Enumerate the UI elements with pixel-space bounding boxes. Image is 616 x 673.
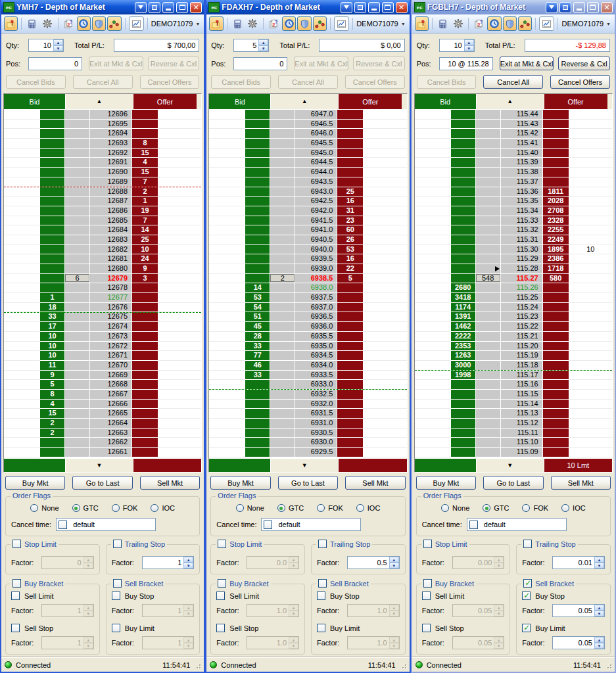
radio-gtc[interactable]: GTC [72, 504, 99, 512]
ladder-buy-order-cell[interactable] [4, 312, 40, 322]
cancel-bids-button[interactable]: Cancel Bids [211, 75, 271, 89]
ladder-row[interactable]: 212664 [4, 419, 201, 429]
ladder-mid-cell[interactable] [65, 429, 90, 438]
bid-depth-cell[interactable] [245, 206, 270, 216]
offer-depth-cell[interactable] [132, 351, 158, 361]
ladder-sell-order-cell[interactable] [158, 293, 201, 303]
ladder-mid-cell[interactable] [476, 110, 501, 120]
ladder-mid-cell[interactable] [65, 371, 90, 381]
ladder-sell-order-cell[interactable] [364, 216, 406, 226]
ladder-mid-cell[interactable] [65, 380, 90, 390]
ladder-buy-order-cell[interactable] [4, 216, 40, 226]
radio-ioc[interactable]: IOC [561, 504, 586, 512]
bid-depth-cell[interactable] [40, 225, 65, 235]
offer-depth-cell[interactable] [337, 429, 364, 438]
bid-depth-cell[interactable] [40, 245, 65, 255]
exit-at-mkt-button[interactable]: Exit at Mkt & Cxl [294, 57, 348, 70]
stop-limit-factor-spinner[interactable]: 0.0 ▲▼ [247, 556, 299, 569]
bid-depth-cell[interactable]: 54 [245, 303, 270, 313]
ladder-row[interactable]: 1263115.19 [415, 351, 612, 361]
bid-depth-cell[interactable] [245, 158, 270, 168]
ladder-mid-cell[interactable] [270, 419, 295, 429]
offer-depth-cell[interactable]: 3 [132, 274, 158, 284]
stop-limit-checkbox[interactable] [218, 540, 226, 548]
ladder-sell-order-cell[interactable] [364, 380, 406, 390]
spinner-arrows[interactable]: ▲▼ [83, 557, 93, 569]
bid-depth-cell[interactable]: 1391 [451, 312, 476, 322]
ladder-sell-order-cell[interactable] [569, 206, 612, 216]
ladder-row[interactable]: 1268210 [4, 245, 201, 255]
ladder-sell-order-cell[interactable] [158, 322, 201, 332]
ladder-buy-order-cell[interactable] [415, 293, 451, 303]
ladder-row[interactable]: 126809 [4, 264, 201, 274]
trailing-stop-checkbox[interactable] [113, 540, 122, 548]
ladder-mid-cell[interactable] [270, 303, 295, 313]
offer-depth-cell[interactable] [543, 351, 569, 361]
ladder-sell-order-cell[interactable] [569, 409, 612, 419]
ladder-sell-order-cell[interactable] [158, 206, 201, 216]
ladder-row[interactable]: 1268414 [4, 225, 201, 235]
ladder-mid-cell[interactable] [270, 332, 295, 342]
ladder-row[interactable]: 1712674 [4, 322, 201, 332]
sell-stop-checkbox[interactable] [422, 624, 431, 632]
spinner-arrows[interactable]: ▲▼ [494, 557, 504, 569]
bid-depth-cell[interactable]: 15 [40, 409, 65, 419]
ladder-buy-order-cell[interactable] [4, 419, 40, 429]
ladder-buy-order-cell[interactable] [415, 419, 451, 429]
spin-down-icon[interactable]: ▼ [83, 643, 93, 649]
ladder-buy-order-cell[interactable] [4, 139, 40, 149]
ladder-buy-order-cell[interactable] [209, 216, 245, 226]
spin-down-icon[interactable]: ▼ [464, 45, 474, 51]
ladder-mid-cell[interactable] [65, 245, 90, 255]
ladder-row[interactable]: 6941.060 [209, 225, 406, 235]
ladder-mid-cell[interactable] [270, 264, 295, 274]
bid-depth-cell[interactable] [40, 197, 65, 206]
ladder-row[interactable]: 115.322255 [415, 225, 612, 235]
sell-stop-factor-spinner[interactable]: 1.0 ▲▼ [247, 636, 299, 649]
bid-depth-cell[interactable] [40, 448, 65, 457]
bid-depth-cell[interactable] [245, 429, 270, 438]
ladder-row[interactable]: 1998115.17 [415, 371, 612, 381]
ladder-row[interactable]: 212663 [4, 429, 201, 438]
trailing-factor-spinner[interactable]: 0.5 ▲▼ [347, 556, 400, 569]
ladder-row[interactable]: 126897 [4, 177, 201, 187]
close-button[interactable]: ✕ [396, 2, 408, 13]
radio-ioc[interactable]: IOC [356, 504, 381, 512]
ladder-sell-order-cell[interactable] [158, 177, 201, 187]
ladder-row[interactable]: 2222115.21 [415, 332, 612, 342]
ladder-buy-order-cell[interactable] [415, 400, 451, 409]
spin-down-icon[interactable]: ▼ [53, 45, 63, 51]
account-selector[interactable]: DEMO71079 ▼ [561, 20, 612, 28]
offer-column-header[interactable]: Offer [544, 94, 607, 109]
radio-fok[interactable]: FOK [522, 504, 548, 512]
ladder-sell-order-cell[interactable] [364, 129, 406, 139]
sell-limit-factor-spinner[interactable]: 0.05 ▲▼ [452, 604, 505, 617]
ladder-row[interactable]: 6941.523 [209, 216, 406, 226]
price-cell[interactable]: 115.42 [501, 129, 543, 139]
ladder-body[interactable]: 1269612695126941269381269215126914126901… [4, 110, 201, 458]
ladder-sell-order-cell[interactable] [364, 235, 406, 245]
offer-depth-cell[interactable]: 23 [337, 216, 364, 226]
ladder-mid-cell[interactable] [270, 120, 295, 129]
ladder-row[interactable]: 115.12 [415, 419, 612, 429]
bid-depth-cell[interactable]: 28 [245, 332, 270, 342]
bid-depth-cell[interactable]: 2 [40, 419, 65, 429]
spinner-arrows[interactable]: ▲▼ [183, 557, 193, 569]
factor-value[interactable]: 1 [143, 637, 184, 649]
shield-tool-button[interactable] [92, 16, 106, 31]
ladder-row[interactable]: 115.30189510 [415, 245, 612, 255]
bid-depth-cell[interactable]: 51 [245, 312, 270, 322]
price-cell[interactable]: 115.15 [501, 390, 543, 400]
order-ticket-button[interactable]: 2? [267, 16, 281, 31]
stop-limit-checkbox[interactable] [423, 540, 432, 548]
ladder-row[interactable]: 1269015 [4, 168, 201, 177]
buy-limit-factor-spinner[interactable]: 1 ▲▼ [142, 636, 195, 649]
ladder-mid-cell[interactable] [270, 158, 295, 168]
buy-stop-checkbox[interactable] [317, 592, 325, 600]
bid-depth-cell[interactable] [40, 274, 65, 284]
factor-value[interactable]: 1.0 [348, 605, 389, 616]
ladder-buy-order-cell[interactable] [415, 303, 451, 313]
spinner-arrows[interactable]: ▲▼ [594, 605, 604, 616]
price-cell[interactable]: 115.22 [501, 322, 543, 332]
ladder-row[interactable]: 115.39 [415, 158, 612, 168]
